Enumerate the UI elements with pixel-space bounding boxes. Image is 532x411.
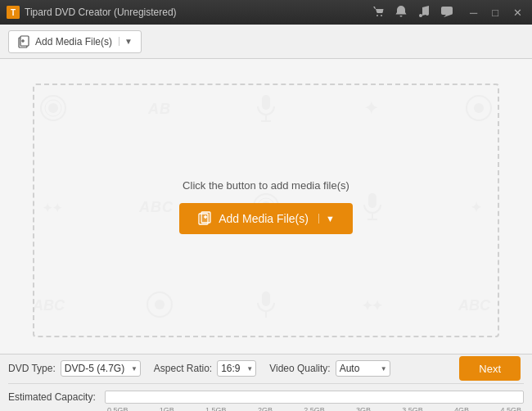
music-icon[interactable] bbox=[417, 5, 431, 20]
add-media-btn-arrow: ▼ bbox=[119, 37, 133, 46]
svg-point-3 bbox=[381, 15, 382, 16]
add-media-center-icon bbox=[197, 211, 212, 226]
dvd-type-select-wrapper: DVD-5 (4.7G) DVD-9 (8.5G) bbox=[61, 360, 141, 377]
video-quality-select-wrapper: Auto High Medium Low bbox=[336, 360, 390, 377]
aspect-ratio-group: Aspect Ratio: 16:9 4:3 bbox=[154, 360, 256, 377]
add-media-center-label: Add Media File(s) bbox=[219, 212, 309, 225]
svg-point-5 bbox=[426, 12, 429, 16]
video-quality-select[interactable]: Auto High Medium Low bbox=[336, 360, 390, 377]
title-bar-icons bbox=[372, 5, 453, 20]
center-content: Click the button to add media file(s) Ad… bbox=[179, 179, 353, 234]
capacity-bar: 0.5GB 1GB 1.5GB 2GB 2.5GB 3GB 3.5GB 4GB … bbox=[105, 391, 524, 404]
video-quality-group: Video Quality: Auto High Medium Low bbox=[269, 360, 390, 377]
dvd-type-label: DVD Type: bbox=[8, 363, 56, 374]
svg-rect-6 bbox=[441, 7, 453, 15]
add-media-button[interactable]: Add Media File(s) ▼ bbox=[8, 30, 142, 53]
maximize-button[interactable]: □ bbox=[489, 5, 502, 20]
aspect-ratio-select[interactable]: 16:9 4:3 bbox=[217, 360, 256, 377]
dvd-type-select[interactable]: DVD-5 (4.7G) DVD-9 (8.5G) bbox=[61, 360, 141, 377]
aspect-ratio-select-wrapper: 16:9 4:3 bbox=[217, 360, 256, 377]
video-quality-label: Video Quality: bbox=[269, 363, 331, 374]
cart-icon[interactable] bbox=[372, 5, 385, 20]
bottom-bar: DVD Type: DVD-5 (4.7G) DVD-9 (8.5G) Aspe… bbox=[0, 354, 532, 411]
add-media-btn-label: Add Media File(s) bbox=[35, 36, 112, 47]
title-bar-controls: ─ □ ✕ bbox=[467, 5, 525, 20]
add-media-center-arrow: ▼ bbox=[318, 214, 335, 224]
add-media-icon bbox=[17, 35, 30, 48]
add-media-center-button[interactable]: Add Media File(s) ▼ bbox=[179, 203, 353, 234]
svg-point-4 bbox=[419, 14, 422, 17]
next-button[interactable]: Next bbox=[459, 356, 521, 381]
estimated-capacity-label: Estimated Capacity: bbox=[8, 391, 98, 403]
next-btn-wrapper: Next bbox=[404, 356, 524, 381]
close-button[interactable]: ✕ bbox=[510, 5, 525, 20]
toolbar: Add Media File(s) ▼ bbox=[0, 25, 532, 59]
notification-icon[interactable] bbox=[394, 5, 408, 20]
dvd-type-group: DVD Type: DVD-5 (4.7G) DVD-9 (8.5G) bbox=[8, 360, 141, 377]
svg-point-2 bbox=[376, 15, 378, 16]
click-hint-text: Click the button to add media file(s) bbox=[183, 179, 349, 192]
main-area: ABC ✦ ✦ ✦ bbox=[0, 59, 532, 354]
app-icon: T bbox=[7, 6, 20, 19]
chat-icon[interactable] bbox=[440, 5, 453, 20]
aspect-ratio-label: Aspect Ratio: bbox=[154, 363, 212, 374]
settings-row: DVD Type: DVD-5 (4.7G) DVD-9 (8.5G) Aspe… bbox=[8, 355, 524, 384]
capacity-row: Estimated Capacity: 0.5GB 1GB 1.5GB 2GB … bbox=[8, 384, 524, 412]
title-bar-left: T Tipard DVD Creator (Unregistered) bbox=[7, 6, 177, 19]
title-bar: T Tipard DVD Creator (Unregistered) bbox=[0, 0, 532, 25]
app-title: Tipard DVD Creator (Unregistered) bbox=[25, 7, 177, 18]
capacity-ticks: 0.5GB 1GB 1.5GB 2GB 2.5GB 3GB 3.5GB 4GB … bbox=[106, 406, 523, 411]
minimize-button[interactable]: ─ bbox=[467, 5, 480, 20]
svg-text:T: T bbox=[11, 8, 16, 17]
